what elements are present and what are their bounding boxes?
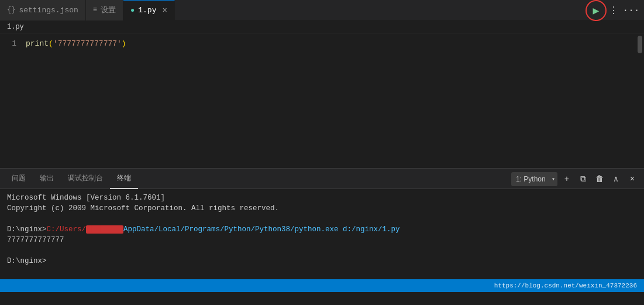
terminal-line-4: D:\nginx>C:/Users/████████AppData/Local/… xyxy=(7,224,637,235)
run-button-wrapper: ▶ xyxy=(588,2,604,19)
code-line-1: print('7777777777777') xyxy=(26,38,644,49)
delete-terminal-button[interactable]: 🗑 xyxy=(593,172,607,186)
tab-output-label: 输出 xyxy=(40,173,54,183)
panel-controls: 1: Python 2: bash ▾ + ⧉ 🗑 ∧ × xyxy=(511,169,639,189)
tab-icon-settings-json: {} xyxy=(7,6,15,14)
terminal-cmd-1: AppData/Local/Programs/Python/Python38/p… xyxy=(123,225,400,234)
chevron-up-icon: ∧ xyxy=(614,174,618,184)
tab-debug-console[interactable]: 调试控制台 xyxy=(61,169,110,189)
tab-debug-label: 调试控制台 xyxy=(68,173,103,183)
tab-output[interactable]: 输出 xyxy=(33,169,61,189)
line-numbers: 1 xyxy=(0,33,23,168)
add-terminal-button[interactable]: + xyxy=(560,172,574,186)
close-icon: × xyxy=(630,174,635,184)
terminal-output-1: 7777777777777 xyxy=(7,235,637,245)
status-link[interactable]: https://blog.csdn.net/weixin_47372236 xyxy=(494,282,637,289)
terminal-content[interactable]: Microsoft Windows [Version 6.1.7601] Cop… xyxy=(0,189,644,279)
breadcrumb: 1.py xyxy=(0,20,644,33)
token-close-paren: ) xyxy=(122,38,126,49)
terminal-line-2: Copyright (c) 2009 Microsoft Corporation… xyxy=(7,203,637,214)
tab-close-1py[interactable]: × xyxy=(162,6,167,15)
split-icon: ⧉ xyxy=(580,174,586,184)
tab-settings-json[interactable]: {} settings.json xyxy=(0,0,86,20)
run-icon: ▶ xyxy=(593,4,600,17)
code-lines[interactable]: print('7777777777777') xyxy=(23,33,644,168)
terminal-selector[interactable]: 1: Python 2: bash xyxy=(511,172,557,186)
panel-tab-bar: 问题 输出 调试控制台 终端 1: Python 2: bash ▾ + ⧉ xyxy=(0,169,644,189)
tab-1py[interactable]: ● 1.py × xyxy=(123,0,175,20)
run-button[interactable]: ▶ xyxy=(588,2,604,19)
tab-settings-cn[interactable]: ≡ 设置 xyxy=(86,0,123,20)
tab-icon-1py: ● xyxy=(130,6,135,15)
token-print: print xyxy=(26,38,49,49)
tab-bar: {} settings.json ≡ 设置 ● 1.py × ▶ ⋮ ··· xyxy=(0,0,644,20)
toolbar-right: ▶ ⋮ ··· xyxy=(583,0,644,20)
close-panel-button[interactable]: × xyxy=(625,172,639,186)
tab-problems[interactable]: 问题 xyxy=(5,169,33,189)
more-icon: ··· xyxy=(623,5,640,16)
tab-label-1py: 1.py xyxy=(138,6,156,15)
terminal-line-1: Microsoft Windows [Version 6.1.7601] xyxy=(7,193,637,203)
terminal-redacted: C:/Users/ xyxy=(47,225,87,234)
maximize-panel-button[interactable]: ∧ xyxy=(609,172,623,186)
status-right: https://blog.csdn.net/weixin_47372236 xyxy=(494,282,637,289)
breadcrumb-file: 1.py xyxy=(7,23,24,31)
token-string: '7777777777777' xyxy=(53,38,122,49)
tab-terminal[interactable]: 终端 xyxy=(110,169,138,189)
tab-label-settings-json: settings.json xyxy=(19,6,78,15)
terminal-prompt: D:\nginx> xyxy=(7,256,637,266)
more-actions-button[interactable]: ··· xyxy=(623,2,639,19)
tab-problems-label: 问题 xyxy=(12,173,26,183)
tab-terminal-label: 终端 xyxy=(117,173,131,183)
plus-icon: + xyxy=(564,174,569,184)
terminal-line-5 xyxy=(7,245,637,256)
line-number-1: 1 xyxy=(0,38,16,49)
terminal-line-3 xyxy=(7,214,637,224)
trash-icon: 🗑 xyxy=(595,174,604,184)
terminal-path-1: D:\nginx> xyxy=(7,225,47,234)
split-editor-button[interactable]: ⋮ xyxy=(605,2,622,19)
panel: 问题 输出 调试控制台 终端 1: Python 2: bash ▾ + ⧉ xyxy=(0,168,644,279)
editor-scrollbar[interactable] xyxy=(636,33,644,168)
split-icon: ⋮ xyxy=(609,5,618,16)
token-open-paren: ( xyxy=(49,38,53,49)
split-terminal-button[interactable]: ⧉ xyxy=(576,172,590,186)
terminal-redacted-block: ████████ xyxy=(86,225,123,234)
status-bar: https://blog.csdn.net/weixin_47372236 xyxy=(0,279,644,292)
terminal-selector-wrapper: 1: Python 2: bash ▾ xyxy=(511,172,557,186)
editor-area: 1 print('7777777777777') xyxy=(0,33,644,168)
editor-content: 1 print('7777777777777') xyxy=(0,33,644,168)
scrollbar-thumb xyxy=(638,36,642,53)
tab-label-settings-cn: 设置 xyxy=(101,5,116,15)
tab-icon-settings-cn: ≡ xyxy=(93,6,97,14)
